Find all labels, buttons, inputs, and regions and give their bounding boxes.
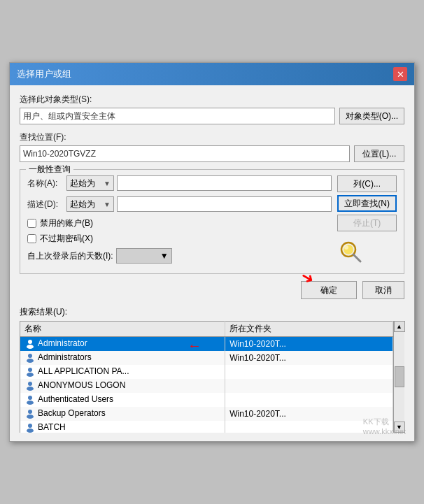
svg-point-13 <box>28 382 32 386</box>
svg-point-23 <box>27 429 34 433</box>
cancel-button[interactable]: 取消 <box>362 281 404 299</box>
table-cell-name[interactable]: ALL APPLICATION PA... <box>20 365 225 379</box>
user-icon <box>24 422 36 433</box>
col-name-header[interactable]: 名称 <box>20 322 225 337</box>
table-wrapper: 名称 所在文件夹 AdministratorWin10-2020T... Adm… <box>20 321 404 433</box>
query-main-area: 名称(A): 起始为 ▼ 描述(D): 起始为 ▼ <box>27 175 397 265</box>
svg-point-20 <box>27 415 34 419</box>
results-scroll: 名称 所在文件夹 AdministratorWin10-2020T... Adm… <box>20 321 393 433</box>
object-type-input[interactable] <box>20 108 335 124</box>
table-row[interactable]: AdministratorsWin10-2020T... <box>20 351 393 365</box>
svg-point-14 <box>27 387 34 391</box>
days-label: 自上次登录后的天数(I): <box>27 250 113 262</box>
table-cell-name[interactable]: Authenticated Users <box>20 393 225 407</box>
user-icon <box>24 338 36 350</box>
svg-point-4 <box>28 340 32 344</box>
table-cell-folder: Win10-2020T... <box>225 337 393 352</box>
search-icon <box>337 238 364 265</box>
scrollbar[interactable]: ▲ ▼ <box>393 321 404 433</box>
table-row[interactable]: Backup OperatorsWin10-2020T... <box>20 407 393 421</box>
table-cell-folder <box>225 365 393 379</box>
table-row[interactable]: Authenticated Users <box>20 393 393 407</box>
row-arrow-indicator: ← <box>188 338 202 354</box>
svg-point-11 <box>27 373 34 377</box>
svg-point-8 <box>27 359 34 363</box>
search-now-button[interactable]: 立即查找(N) <box>337 195 397 212</box>
general-query-section: 一般性查询 名称(A): 起始为 ▼ 描述(D): <box>20 169 404 274</box>
location-input[interactable] <box>20 145 350 162</box>
object-type-row: 对象类型(O)... <box>20 108 404 124</box>
noexpire-checkbox[interactable] <box>27 234 36 243</box>
object-type-group: 选择此对象类型(S): 对象类型(O)... <box>20 94 404 124</box>
svg-point-17 <box>27 401 34 405</box>
table-cell-name[interactable]: Backup Operators <box>20 407 225 421</box>
user-icon <box>24 380 36 391</box>
disabled-label: 禁用的账户(B) <box>40 217 93 229</box>
svg-point-10 <box>28 368 32 372</box>
name-combo-arrow: ▼ <box>104 180 111 187</box>
bottom-buttons: 确定 取消 <box>20 281 404 299</box>
svg-point-5 <box>27 345 34 349</box>
disabled-checkbox-row: 禁用的账户(B) <box>27 217 332 229</box>
svg-point-16 <box>28 396 32 400</box>
location-row: 位置(L)... <box>20 145 404 162</box>
user-icon <box>24 394 36 405</box>
svg-point-22 <box>28 424 32 428</box>
user-icon <box>24 366 36 377</box>
svg-line-2 <box>353 254 360 261</box>
results-table: 名称 所在文件夹 AdministratorWin10-2020T... Adm… <box>20 321 393 433</box>
noexpire-checkbox-row: 不过期密码(X) <box>27 233 332 245</box>
watermark: KK下载www.kkx.net <box>363 417 406 435</box>
desc-combo[interactable]: 起始为 ▼ <box>66 196 114 212</box>
section-title: 一般性查询 <box>26 164 73 175</box>
location-group: 查找位置(F): 位置(L)... <box>20 131 404 162</box>
disabled-checkbox[interactable] <box>27 219 36 228</box>
svg-point-19 <box>28 410 32 414</box>
table-cell-folder <box>225 393 393 407</box>
location-button[interactable]: 位置(L)... <box>354 145 404 162</box>
stop-button[interactable]: 停止(T) <box>337 215 397 231</box>
days-combo[interactable]: ▼ <box>116 248 172 264</box>
dialog-title: 选择用户或组 <box>17 68 71 80</box>
table-row[interactable]: BATCH <box>20 421 393 433</box>
columns-button[interactable]: 列(C)... <box>337 175 397 192</box>
svg-point-7 <box>28 354 32 358</box>
table-cell-name[interactable]: ANONYMOUS LOGON <box>20 379 225 393</box>
select-user-dialog: 选择用户或组 ✕ 选择此对象类型(S): 对象类型(O)... 查找位置(F):… <box>9 62 415 442</box>
name-label: 名称(A): <box>27 178 64 189</box>
noexpire-label: 不过期密码(X) <box>40 233 93 245</box>
days-row: 自上次登录后的天数(I): ▼ <box>27 248 332 264</box>
scroll-up-button[interactable]: ▲ <box>394 321 405 332</box>
user-icon <box>24 408 36 419</box>
col-folder-header[interactable]: 所在文件夹 <box>225 322 393 337</box>
location-label: 查找位置(F): <box>20 131 404 143</box>
query-side-buttons: 列(C)... 立即查找(N) 停止(T) <box>337 175 397 265</box>
name-combo[interactable]: 起始为 ▼ <box>66 175 114 191</box>
table-row[interactable]: ANONYMOUS LOGON <box>20 379 393 393</box>
query-fields: 名称(A): 起始为 ▼ 描述(D): 起始为 ▼ <box>27 175 332 265</box>
desc-combo-value: 起始为 <box>70 199 95 210</box>
table-cell-name[interactable]: BATCH <box>20 421 225 433</box>
desc-query-row: 描述(D): 起始为 ▼ <box>27 196 332 212</box>
scroll-thumb[interactable] <box>395 366 404 387</box>
dialog-body: 选择此对象类型(S): 对象类型(O)... 查找位置(F): 位置(L)...… <box>10 85 414 441</box>
search-results-area: 搜索结果(U): 名称 所在文件夹 <box>20 306 404 433</box>
name-query-input[interactable] <box>117 175 332 191</box>
desc-label: 描述(D): <box>27 199 64 210</box>
title-bar: 选择用户或组 ✕ <box>10 63 414 85</box>
user-icon <box>24 352 36 363</box>
search-results-label: 搜索结果(U): <box>20 306 404 318</box>
table-row[interactable]: AdministratorWin10-2020T... <box>20 337 393 352</box>
name-query-row: 名称(A): 起始为 ▼ <box>27 175 332 191</box>
desc-query-input[interactable] <box>117 196 332 212</box>
object-type-button[interactable]: 对象类型(O)... <box>339 108 404 124</box>
table-row[interactable]: ALL APPLICATION PA... <box>20 365 393 379</box>
days-combo-arrow: ▼ <box>160 251 169 261</box>
svg-point-3 <box>344 245 348 250</box>
object-type-label: 选择此对象类型(S): <box>20 94 404 106</box>
desc-combo-arrow: ▼ <box>104 201 111 208</box>
close-button[interactable]: ✕ <box>393 67 407 81</box>
name-combo-value: 起始为 <box>70 178 95 189</box>
action-area: ➜ 确定 取消 <box>20 281 404 299</box>
table-scroll-area: 名称 所在文件夹 AdministratorWin10-2020T... Adm… <box>20 321 404 433</box>
